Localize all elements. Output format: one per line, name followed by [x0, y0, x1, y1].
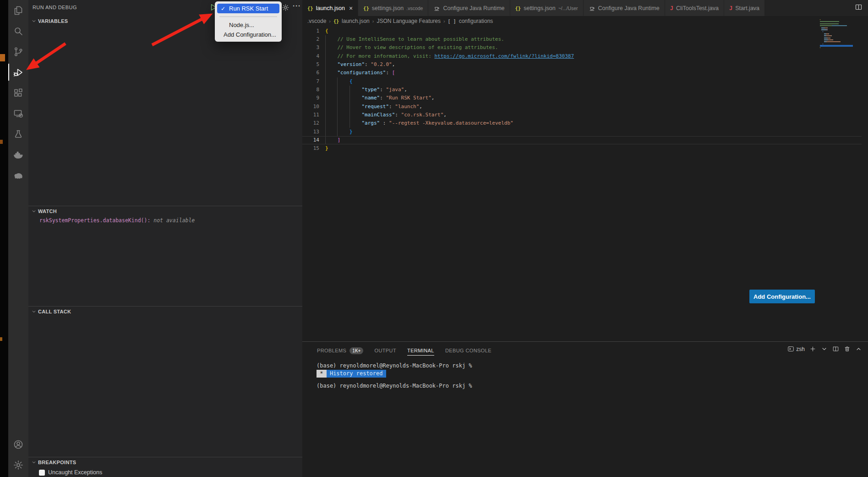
activity-bar-item-accounts[interactable]: [8, 434, 28, 455]
breakpoints-section-header[interactable]: BREAKPOINTS: [28, 457, 302, 467]
terminal-highlight-chip: History restored: [327, 370, 386, 378]
code-line-text: // For more information, visit: https://…: [319, 52, 574, 60]
activity-bar-item-remote-explorer[interactable]: [8, 103, 28, 124]
activity-bar-item-source-control[interactable]: [8, 41, 28, 62]
line-number: 4: [302, 52, 319, 60]
uncaught-exceptions-checkbox[interactable]: [39, 470, 45, 476]
editor-tab-launch-json[interactable]: {}launch.json×: [302, 0, 358, 16]
line-number: 14: [302, 136, 319, 144]
code-line-text: "request": "launch",: [319, 103, 422, 111]
tab-label: Start.java: [735, 5, 759, 11]
check-icon: ✓: [221, 5, 226, 12]
editor-tab-configure-java-runtime[interactable]: Configure Java Runtime: [584, 0, 665, 16]
line-number: 11: [302, 111, 319, 119]
chevron-down-icon: [31, 309, 37, 314]
watch-expression: rskSystemProperties.databaseKind():: [39, 217, 153, 224]
java-icon: J: [729, 5, 732, 11]
json-icon: {}: [333, 19, 339, 24]
code-line[interactable]: 9 "name": "Run RSK Start",: [302, 94, 868, 102]
menu-item-node-js[interactable]: Node.js...: [217, 20, 279, 30]
debug-icon: [13, 67, 24, 78]
chevron-down-icon: [31, 208, 37, 214]
json-icon: {}: [363, 5, 369, 11]
activity-bar-item-search[interactable]: [8, 21, 28, 41]
desktop-fragment: [0, 140, 3, 144]
plus-button[interactable]: [809, 345, 816, 352]
activity-bar-item-manage[interactable]: [8, 455, 28, 475]
editor-tab-configure-java-runtime[interactable]: Configure Java Runtime: [428, 0, 510, 16]
beaker-icon: [13, 129, 24, 140]
menu-item-add-configuration[interactable]: Add Configuration...: [217, 30, 279, 39]
minimap[interactable]: [820, 19, 853, 49]
activity-bar-item-docker[interactable]: [8, 144, 28, 165]
watch-expression-row[interactable]: rskSystemProperties.databaseKind(): not …: [28, 216, 302, 225]
editor-tab-settings-json[interactable]: {}settings.json.vscode: [358, 0, 428, 16]
activity-bar-item-run-and-debug[interactable]: [8, 62, 28, 82]
call-stack-section-header[interactable]: CALL STACK: [28, 307, 302, 317]
code-line-text: "version": "0.2.0",: [319, 60, 395, 69]
code-line[interactable]: 4 // For more information, visit: https:…: [302, 52, 868, 60]
array-icon: [ ]: [448, 19, 456, 24]
breadcrumb-item[interactable]: .vscode: [307, 18, 326, 24]
editor-tab-clitoolstest-java[interactable]: JCliToolsTest.java: [665, 0, 724, 16]
breadcrumb-item[interactable]: launch.json: [342, 18, 370, 24]
code-line-text: "mainClass": "co.rsk.Start",: [319, 111, 447, 119]
docker-icon: [13, 149, 24, 160]
tab-label: launch.json: [316, 5, 345, 11]
tab-description: ~/.../User: [558, 5, 578, 11]
activity-bar-item-testing[interactable]: [8, 124, 28, 144]
activity-bar-item-gradle[interactable]: [8, 165, 28, 186]
add-configuration-button[interactable]: Add Configuration...: [749, 290, 815, 303]
activity-bar-item-explorer[interactable]: [8, 0, 28, 21]
shell-terminal-button[interactable]: zsh: [787, 345, 805, 352]
activity-bar-top: [8, 0, 28, 186]
code-line[interactable]: 7 {: [302, 77, 868, 86]
code-line[interactable]: 3 // Hover to view descriptions of exist…: [302, 44, 868, 52]
panel-tab-output[interactable]: OUTPUT: [374, 342, 396, 359]
code-line-text: "configurations": [: [319, 69, 395, 77]
code-line[interactable]: 12 "args" : "--regtest -Xkeyvalue.dataso…: [302, 119, 868, 127]
panel-tab-problems[interactable]: PROBLEMS1K+: [317, 342, 363, 359]
json-icon: {}: [307, 5, 313, 11]
chevron-down-icon: [31, 460, 37, 465]
code-line[interactable]: 13 }: [302, 128, 868, 136]
code-line[interactable]: 10 "request": "launch",: [302, 103, 868, 111]
menu-item-run-rsk-start[interactable]: ✓Run RSK Start: [217, 4, 279, 13]
panel-tab-terminal[interactable]: TERMINAL: [407, 342, 434, 359]
editor-actions: [855, 0, 868, 16]
breadcrumb-item[interactable]: JSON Language Features: [377, 18, 440, 24]
code-line-text: }: [319, 128, 353, 136]
editor-tab-settings-json[interactable]: {}settings.json~/.../User: [510, 0, 584, 16]
close-icon[interactable]: ×: [349, 5, 353, 11]
editor-tab-start-java[interactable]: JStart.java: [724, 0, 765, 16]
line-number: 10: [302, 103, 319, 111]
more-actions-button[interactable]: ···: [293, 2, 301, 10]
terminal-output[interactable]: (base) reynoldmorel@Reynolds-MacBook-Pro…: [317, 362, 859, 390]
shell-label: zsh: [796, 346, 805, 352]
variables-section: VARIABLES: [28, 16, 302, 206]
split-editor-button[interactable]: [832, 345, 839, 352]
trash-button[interactable]: [844, 345, 851, 352]
split-editor-icon: [832, 345, 839, 352]
gear-icon[interactable]: [282, 4, 291, 13]
code-line[interactable]: 8 "type": "java",: [302, 86, 868, 94]
panel-tab-debug-console[interactable]: DEBUG CONSOLE: [445, 342, 491, 359]
watch-section: WATCH rskSystemProperties.databaseKind()…: [28, 206, 302, 306]
code-line[interactable]: 6 "configurations": [: [302, 69, 868, 77]
chevron-down-button[interactable]: [821, 345, 828, 352]
watch-section-header[interactable]: WATCH: [28, 206, 302, 216]
activity-bar-item-extensions[interactable]: [8, 82, 28, 103]
breadcrumb-item[interactable]: configurations: [459, 18, 493, 24]
line-number: 1: [302, 27, 319, 35]
run-and-debug-sidebar: RUN AND DEBUG ··· VARIABLES WATCH rskSys…: [28, 0, 302, 477]
code-line[interactable]: 14 ]: [302, 136, 868, 144]
code-line-text: "name": "Run RSK Start",: [319, 94, 434, 102]
chevron-up-button[interactable]: [855, 345, 862, 352]
code-line[interactable]: 5 "version": "0.2.0",: [302, 60, 868, 69]
line-number: 2: [302, 35, 319, 44]
code-line[interactable]: 1{: [302, 27, 868, 35]
code-line[interactable]: 11 "mainClass": "co.rsk.Start",: [302, 111, 868, 119]
code-line[interactable]: 15}: [302, 144, 868, 153]
split-editor-icon[interactable]: [855, 3, 863, 13]
code-line[interactable]: 2 // Use IntelliSense to learn about pos…: [302, 35, 868, 44]
